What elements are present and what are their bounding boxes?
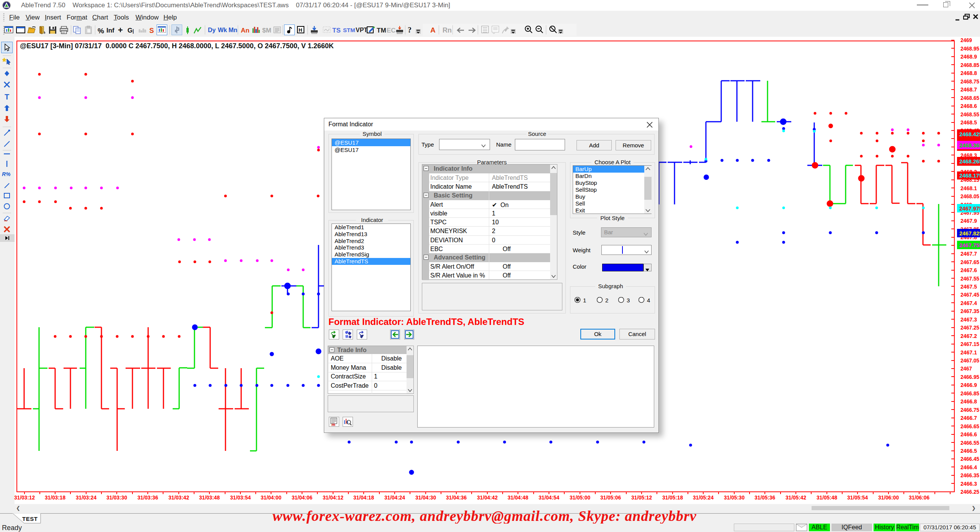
svg-text:2467.1: 2467.1: [960, 349, 977, 356]
svg-text:31/04:36: 31/04:36: [446, 494, 467, 501]
svg-text:31/03:24: 31/03:24: [76, 494, 96, 501]
svg-text:31/03:12: 31/03:12: [14, 494, 35, 501]
svg-text:2466.85: 2466.85: [960, 390, 979, 397]
svg-text:2468.365: 2468.365: [959, 142, 980, 149]
svg-text:31/05:24: 31/05:24: [693, 494, 714, 501]
svg-text:2467.05: 2467.05: [960, 357, 979, 364]
svg-text:31/05:48: 31/05:48: [817, 494, 837, 501]
svg-text:2467.25: 2467.25: [960, 324, 979, 331]
svg-text:31/04:00: 31/04:00: [261, 494, 281, 501]
svg-text:2467.5: 2467.5: [960, 283, 977, 290]
svg-text:31/04:54: 31/04:54: [539, 494, 559, 501]
svg-text:31/04:42: 31/04:42: [477, 494, 498, 501]
svg-text:31/03:36: 31/03:36: [137, 494, 158, 501]
svg-text:2466.6: 2466.6: [960, 431, 977, 437]
svg-text:2468.175: 2468.175: [959, 172, 980, 179]
svg-text:31/03:48: 31/03:48: [199, 494, 220, 501]
svg-text:2466.95: 2466.95: [960, 374, 979, 380]
svg-text:2467.55: 2467.55: [960, 275, 979, 282]
svg-text:2466.65: 2466.65: [960, 423, 979, 429]
svg-text:31/04:12: 31/04:12: [323, 494, 343, 501]
svg-text:2466.35: 2466.35: [960, 472, 979, 478]
svg-text:31/05:06: 31/05:06: [600, 494, 621, 501]
svg-text:2469: 2469: [960, 37, 972, 43]
svg-text:31/03:42: 31/03:42: [168, 494, 189, 501]
svg-text:2468.95: 2468.95: [960, 45, 979, 52]
svg-text:2466.55: 2466.55: [960, 439, 979, 446]
svg-text:2467.15: 2467.15: [960, 341, 979, 347]
svg-text:2468.1: 2468.1: [960, 185, 977, 191]
svg-text:31/04:24: 31/04:24: [384, 494, 405, 501]
svg-text:2466.25: 2466.25: [960, 488, 979, 495]
svg-text:2467.45: 2467.45: [960, 291, 979, 298]
svg-text:2466.45: 2466.45: [960, 455, 979, 462]
svg-text:2468.5: 2468.5: [960, 119, 977, 126]
svg-text:31/04:48: 31/04:48: [508, 494, 528, 501]
svg-text:2468.6: 2468.6: [960, 103, 977, 109]
svg-text:31/05:00: 31/05:00: [570, 494, 590, 501]
svg-text:31/05:42: 31/05:42: [786, 494, 806, 501]
svg-text:31/05:12: 31/05:12: [631, 494, 652, 501]
svg-text:2467.65: 2467.65: [960, 259, 979, 265]
svg-text:2466.9: 2466.9: [960, 382, 977, 388]
svg-text:m: m: [332, 422, 335, 426]
svg-text:2468.05: 2468.05: [960, 193, 979, 199]
svg-text:2468.55: 2468.55: [960, 111, 979, 117]
svg-text:31/05:54: 31/05:54: [847, 494, 868, 501]
svg-text:2466.75: 2466.75: [960, 406, 979, 413]
svg-text:2466.7: 2466.7: [960, 415, 977, 421]
svg-text:2468.85: 2468.85: [960, 62, 979, 68]
svg-text:2467.2: 2467.2: [960, 333, 977, 339]
svg-text:31/03:18: 31/03:18: [45, 494, 65, 501]
svg-text:2468.8: 2468.8: [960, 70, 977, 76]
svg-text:2466.4: 2466.4: [960, 464, 977, 470]
svg-text:2468.425: 2468.425: [959, 131, 980, 137]
svg-text:2467.7: 2467.7: [960, 250, 977, 257]
svg-text:31/03:30: 31/03:30: [106, 494, 127, 501]
svg-text:31/03:54: 31/03:54: [230, 494, 251, 501]
svg-text:2466.5: 2466.5: [960, 447, 977, 454]
svg-text:2468.9: 2468.9: [960, 53, 977, 60]
svg-text:31/05:36: 31/05:36: [755, 494, 775, 501]
svg-text:2467.825: 2467.825: [959, 230, 980, 237]
svg-text:2467.9: 2467.9: [960, 217, 977, 224]
svg-text:31/06:06: 31/06:06: [909, 494, 929, 501]
svg-text:31/04:06: 31/04:06: [292, 494, 312, 501]
svg-text:2467.755: 2467.755: [959, 242, 980, 248]
svg-text:2468.75: 2468.75: [960, 78, 979, 85]
svg-text:2468.265: 2468.265: [959, 158, 980, 165]
svg-text:31/05:18: 31/05:18: [662, 494, 683, 501]
svg-text:31/04:18: 31/04:18: [353, 494, 374, 501]
svg-text:31/06:00: 31/06:00: [878, 494, 899, 501]
svg-text:2467.6: 2467.6: [960, 267, 977, 273]
svg-text:2466.8: 2466.8: [960, 398, 977, 405]
svg-text:2467.975: 2467.975: [959, 205, 980, 212]
svg-text:2467.4: 2467.4: [960, 300, 977, 306]
svg-text:2467: 2467: [960, 365, 972, 372]
svg-text:2468.7: 2468.7: [960, 86, 977, 93]
svg-text:2467.35: 2467.35: [960, 308, 979, 314]
svg-text:31/05:30: 31/05:30: [724, 494, 745, 501]
svg-text:2467.3: 2467.3: [960, 316, 977, 323]
svg-text:2468.65: 2468.65: [960, 95, 979, 101]
svg-text:31/04:30: 31/04:30: [415, 494, 436, 501]
svg-text:2466.3: 2466.3: [960, 480, 977, 487]
